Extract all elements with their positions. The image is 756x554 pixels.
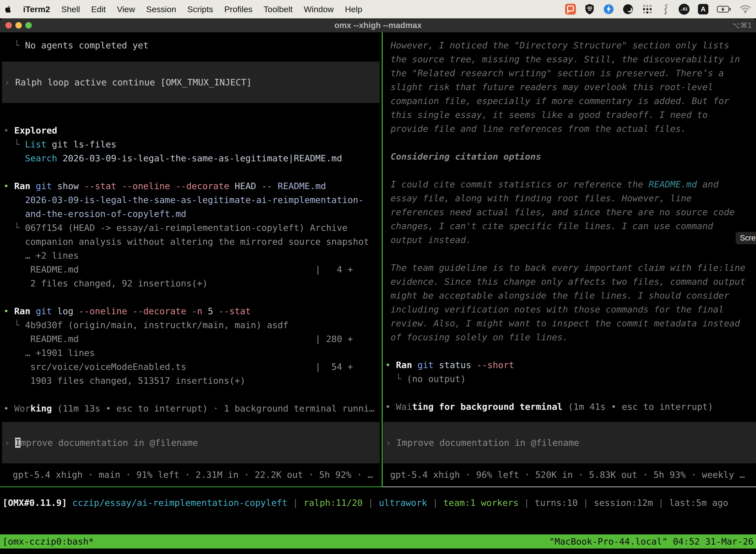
terminal-line: evidence. Since this change only affects… <box>385 275 756 289</box>
text-segment: git <box>36 181 52 191</box>
text-segment: --short <box>477 360 514 370</box>
terminal-line: of focusing solely on file lines. <box>385 330 756 344</box>
terminal-line: and-the-erosion-of-copyleft.md <box>3 207 382 221</box>
menu-item-edit[interactable]: Edit <box>91 4 106 14</box>
terminal-line <box>385 164 756 177</box>
text-segment: README.md <box>277 181 326 191</box>
text-segment: provide file and line references from th… <box>385 124 686 134</box>
battery-icon[interactable] <box>717 5 731 13</box>
text-segment: --stat --oneline --decorate <box>84 181 229 191</box>
crescent-icon[interactable] <box>623 4 633 15</box>
menu-item-profiles[interactable]: Profiles <box>224 4 252 14</box>
text-segment: the source tree, missing the essay. Stil… <box>385 54 740 64</box>
menu-item-help[interactable]: Help <box>345 4 362 14</box>
terminal-line <box>385 136 756 150</box>
text-segment: Wor <box>14 403 30 413</box>
a-key-icon[interactable]: A <box>698 4 708 14</box>
text-segment <box>30 306 36 316</box>
terminal-line: companion file, especially if more comme… <box>385 94 756 108</box>
text-segment: this single essay, it seems like a good … <box>385 110 708 120</box>
right-terminal-pane[interactable]: However, I noticed the "Directory Struct… <box>383 32 756 487</box>
text-segment: team:1 workers <box>443 498 518 508</box>
shield-icon[interactable] <box>584 3 595 15</box>
terminal-line <box>3 290 382 304</box>
terminal-line: 2 files changed, 92 insertions(+) <box>3 277 382 290</box>
terminal-line: slight risk that future readers may over… <box>385 80 756 94</box>
left-prompt-input[interactable]: › Improve documentation in @filename <box>2 422 380 463</box>
text-segment: review. Also, I might want to inspect th… <box>385 318 740 328</box>
text-segment: cczip/essay/ai-reimplementation-copyleft <box>72 498 288 508</box>
terminal-line: • Working (11m 13s • esc to interrupt) ·… <box>3 402 382 416</box>
text-segment: List <box>25 139 47 150</box>
terminal-line: README.md | 280 + <box>3 332 382 346</box>
text-segment: Considering citation options <box>385 151 541 162</box>
text-segment: --oneline --decorate -n <box>79 306 202 316</box>
text-segment: 4b9d30f (origin/main, instructkr/main, m… <box>25 320 289 330</box>
s-curve-icon[interactable] <box>661 3 670 15</box>
text-segment <box>3 153 25 163</box>
text-segment: … +1901 lines <box>3 348 95 358</box>
text-segment: • <box>385 360 396 370</box>
right-model-status: gpt-5.4 xhigh · 96% left · 520K in · 5.8… <box>385 468 745 482</box>
text-segment: └ <box>3 223 25 233</box>
menu-item-scripts[interactable]: Scripts <box>187 4 213 14</box>
menu-item-view[interactable]: View <box>117 4 135 14</box>
text-segment: └ <box>385 374 407 384</box>
terminal-line: changes, I can't cite specific file line… <box>385 219 756 233</box>
menu-item-window[interactable]: Window <box>304 4 334 14</box>
pane-border-bottom-left <box>0 487 383 487</box>
terminal-line: might be acceptable alongside the file l… <box>385 289 756 302</box>
wifi-icon[interactable] <box>740 5 751 14</box>
text-segment: git ls-files <box>46 139 116 150</box>
menu-status-icons: ..61 A <box>565 3 751 15</box>
text-segment: › <box>4 438 15 448</box>
terminal-line: output instead. <box>385 233 756 247</box>
badge-61-icon[interactable]: ..61 <box>679 4 690 15</box>
terminal-line: └ 4b9d30f (origin/main, instructkr/main,… <box>3 318 382 332</box>
text-segment: ting for background terminal <box>412 402 563 412</box>
text-segment: the "Related research writing" section i… <box>385 68 724 78</box>
text-segment: changes, I can't cite specific file line… <box>385 221 713 231</box>
screen-overlay-button[interactable]: Scre <box>736 232 756 244</box>
text-segment: (no output) <box>407 374 466 384</box>
menu-item-toolbelt[interactable]: Toolbelt <box>264 4 293 14</box>
text-segment: No agents completed yet <box>25 40 149 50</box>
menu-item-shell[interactable]: Shell <box>61 4 80 14</box>
text-segment: Ralph loop active continue [OMX_TMUX_INJ… <box>15 77 252 88</box>
text-segment: └ <box>3 40 25 50</box>
ralph-loop-input-box[interactable]: › Ralph loop active continue [OMX_TMUX_I… <box>2 62 380 103</box>
menu-bar: iTerm2ShellEditViewSessionScriptsProfile… <box>0 0 756 18</box>
text-segment: I <box>15 438 20 448</box>
text-segment: ralph:11/20 <box>304 498 363 508</box>
apple-menu-icon[interactable] <box>5 5 12 13</box>
text-segment: ultrawork <box>379 498 427 508</box>
menu-item-session[interactable]: Session <box>146 4 176 14</box>
terminal-line: review. Also, I might want to inspect th… <box>385 317 756 330</box>
right-prompt-input[interactable]: › Improve documentation in @filename <box>383 422 756 463</box>
terminal-line: references need actual files, and since … <box>385 205 756 219</box>
text-segment: › <box>386 438 396 448</box>
text-segment: evidence. Since this change only affects… <box>385 277 745 287</box>
blue-bolt-icon[interactable] <box>603 4 614 15</box>
text-segment: might be acceptable alongside the file l… <box>385 290 729 300</box>
menu-item-iterm2[interactable]: iTerm2 <box>23 4 50 14</box>
text-segment: … +2 lines <box>3 251 79 261</box>
text-segment: src/voice/voiceModeEnabled.ts | 54 + <box>3 362 353 372</box>
text-segment: › <box>4 77 15 88</box>
text-segment: | <box>578 498 594 508</box>
chat-app-icon[interactable] <box>565 4 576 15</box>
window-title-bar[interactable]: omx --xhigh --madmax ⌥⌘1 <box>0 18 756 32</box>
dots-grid-icon[interactable] <box>642 4 653 15</box>
text-segment: git <box>418 360 434 370</box>
tmux-session-label: [omx-cczip0:bash* <box>2 536 94 547</box>
terminal-area: └ No agents completed yet › Ralph loop a… <box>0 32 756 554</box>
text-segment: companion file, especially if more comme… <box>385 96 729 106</box>
terminal-line: … +2 lines <box>3 249 382 263</box>
text-segment: status <box>434 360 477 370</box>
text-segment: README.md | 4 + <box>3 264 353 275</box>
text-segment: -- <box>261 181 272 191</box>
left-terminal-pane[interactable]: └ No agents completed yet › Ralph loop a… <box>0 32 382 487</box>
text-segment: log <box>52 306 79 316</box>
menu-items: iTerm2ShellEditViewSessionScriptsProfile… <box>23 4 362 14</box>
text-segment: Search <box>25 153 57 163</box>
